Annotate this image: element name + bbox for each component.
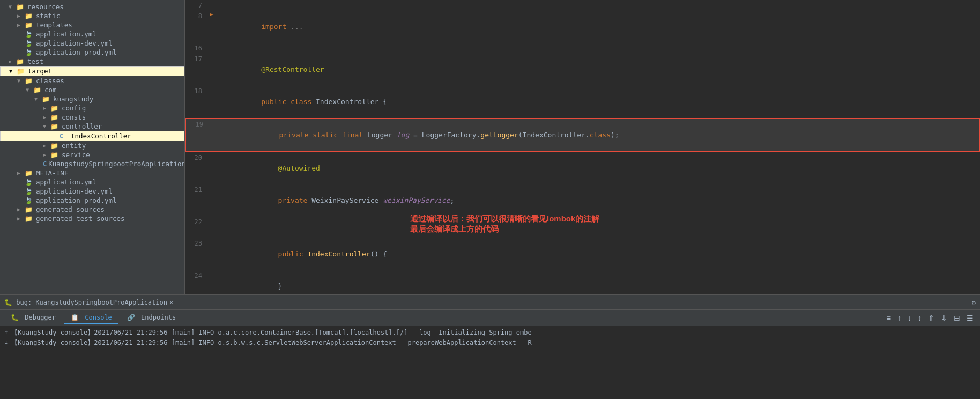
toolbar-list-btn[interactable]: ☰ (964, 313, 976, 323)
folder-icon: 📁 (42, 95, 51, 103)
tab-debugger[interactable]: 🐛 Debugger (4, 312, 62, 324)
folder-icon: 📁 (16, 3, 26, 11)
code-line-highlighted: 19 private static final Logger log = Log… (185, 118, 980, 152)
toolbar-updown-btn[interactable]: ↕ (916, 313, 924, 323)
code-line: 21 private WeixinPayService weixinPaySer… (185, 184, 980, 217)
code-line: 7 (185, 0, 980, 11)
console-line-2: ↓ 【KuangStudy-console】2021/06/21-21:29:5… (4, 338, 976, 348)
folder-icon: 📁 (50, 142, 60, 150)
sidebar-item-application-prod-yml[interactable]: 🍃 application-prod.yml (0, 48, 184, 57)
sidebar-item-application-dev-yml2[interactable]: 🍃 application-dev.yml (0, 187, 184, 196)
bottom-tabs-bar: 🐛 Debugger 📋 Console 🔗 Endpoints ≡ ↑ ↓ ↕… (0, 310, 980, 326)
bottom-panel: 🐛 bug: KuangstudySpringbootProApplicatio… (0, 294, 980, 399)
toolbar-up-btn[interactable]: ↑ (895, 313, 903, 323)
code-line: 22 通过编译以后：我们可以很清晰的看见lombok的注解 最后会编译成上方的代… (185, 217, 980, 238)
folder-icon: 📁 (25, 206, 34, 213)
code-line: 17 @RestController (185, 54, 980, 86)
sidebar-item-application-dev-yml[interactable]: 🍃 application-dev.yml (0, 39, 184, 48)
debugger-icon: 🐛 (11, 314, 19, 321)
folder-icon: 📁 (33, 86, 43, 94)
file-tree: ▼ 📁 resources ▶ 📁 static ▶ 📁 templates 🍃… (0, 0, 185, 294)
folder-icon: 📁 (50, 123, 60, 130)
yml-icon: 🍃 (25, 197, 34, 204)
sidebar-item-resources[interactable]: ▼ 📁 resources (0, 2, 184, 11)
console-line-1: ↑ 【KuangStudy-console】2021/06/21-21:29:5… (4, 328, 976, 337)
sidebar-item-com[interactable]: ▼ 📁 com (0, 85, 184, 94)
class-icon: C (60, 132, 69, 140)
code-line: 23 public IndexController() { (185, 238, 980, 270)
code-line: 18 public class IndexController { (185, 86, 980, 118)
sidebar-item-controller[interactable]: ▼ 📁 controller (0, 122, 184, 131)
sidebar-item-application-prod-yml2[interactable]: 🍃 application-prod.yml (0, 196, 184, 205)
sidebar-item-config[interactable]: ▶ 📁 config (0, 104, 184, 113)
debug-session-label: 🐛 bug: KuangstudySpringbootProApplicatio… (4, 299, 167, 306)
folder-icon: 📁 (50, 114, 60, 121)
folder-icon: 📁 (50, 151, 60, 159)
sidebar-item-meta-inf[interactable]: ▶ 📁 META-INF (0, 168, 184, 178)
main-area: ▼ 📁 resources ▶ 📁 static ▶ 📁 templates 🍃… (0, 0, 980, 294)
folder-icon: 📁 (50, 105, 60, 112)
toolbar-up2-btn[interactable]: ⇑ (926, 313, 937, 323)
sidebar-item-consts[interactable]: ▶ 📁 consts (0, 113, 184, 122)
folder-icon: 📁 (16, 58, 26, 65)
folder-icon: 📁 (25, 169, 34, 177)
sidebar-item-generated-test-sources[interactable]: ▶ 📁 generated-test-sources (0, 214, 184, 223)
tab-endpoints[interactable]: 🔗 Endpoints (121, 312, 182, 324)
debug-tab-close[interactable]: × (169, 299, 173, 306)
yml-icon: 🍃 (25, 179, 34, 186)
sidebar-item-target[interactable]: ▼ 📁 target (0, 66, 184, 76)
folder-icon: 📁 (25, 215, 34, 223)
sidebar-item-indexcontroller[interactable]: C IndexController (0, 131, 184, 141)
console-output: ↑ 【KuangStudy-console】2021/06/21-21:29:5… (0, 326, 980, 399)
toolbar-block-btn[interactable]: ⊟ (952, 313, 962, 323)
sidebar-item-application-yml[interactable]: 🍃 application.yml (0, 29, 184, 39)
code-content: 7 8 ► import ... 16 17 (185, 0, 980, 294)
code-line: 8 ► import ... (185, 11, 980, 43)
code-line: 16 (185, 43, 980, 54)
bottom-toolbar: ≡ ↑ ↓ ↕ ⇑ ⇓ ⊟ ☰ (885, 313, 976, 323)
debug-tab-bar: 🐛 bug: KuangstudySpringbootProApplicatio… (0, 295, 980, 310)
sidebar-item-test[interactable]: ▶ 📁 test (0, 57, 184, 66)
sidebar-item-classes[interactable]: ▼ 📁 classes (0, 76, 184, 85)
folder-icon: 📁 (25, 12, 34, 20)
toolbar-down-btn[interactable]: ↓ (905, 313, 914, 323)
down-arrow-icon: ↓ (4, 338, 8, 346)
code-line: 24 } (185, 270, 980, 294)
annotation-text-line2: 最后会编译成上方的代码 (410, 224, 599, 234)
sidebar-item-entity[interactable]: ▶ 📁 entity (0, 141, 184, 150)
toolbar-down2-btn[interactable]: ⇓ (939, 313, 949, 323)
yml-icon: 🍃 (25, 40, 34, 47)
yml-icon: 🍃 (25, 31, 34, 38)
annotation-box: 通过编译以后：我们可以很清晰的看见lombok的注解 最后会编译成上方的代码 (410, 214, 599, 234)
folder-icon: 📁 (17, 68, 26, 75)
tab-console[interactable]: 📋 Console (64, 312, 118, 324)
sidebar-item-generated-sources[interactable]: ▶ 📁 generated-sources (0, 205, 184, 214)
console-icon: 📋 (71, 314, 79, 321)
sidebar-item-templates[interactable]: ▶ 📁 templates (0, 20, 184, 29)
sidebar-item-static[interactable]: ▶ 📁 static (0, 11, 184, 20)
toolbar-menu-btn[interactable]: ≡ (885, 313, 893, 323)
code-editor: 7 8 ► import ... 16 17 (185, 0, 980, 294)
sidebar-item-application-yml2[interactable]: 🍃 application.yml (0, 178, 184, 187)
up-arrow-icon: ↑ (4, 328, 8, 336)
code-line: 20 @Autowired (185, 152, 980, 184)
sidebar-item-service[interactable]: ▶ 📁 service (0, 150, 184, 159)
yml-icon: 🍃 (25, 188, 34, 195)
class-icon: C (43, 160, 47, 168)
annotation-text-line1: 通过编译以后：我们可以很清晰的看见lombok的注解 (410, 214, 599, 224)
settings-icon[interactable]: ⚙ (972, 299, 976, 306)
sidebar-item-kuangstudy[interactable]: ▼ 📁 kuangstudy (0, 94, 184, 104)
folder-icon: 📁 (25, 21, 34, 29)
sidebar-item-kuangstudy-app[interactable]: C KuangstudySpringbootProApplication (0, 159, 184, 168)
endpoints-icon: 🔗 (127, 314, 135, 321)
folder-icon: 📁 (25, 77, 34, 85)
yml-icon: 🍃 (25, 49, 34, 56)
